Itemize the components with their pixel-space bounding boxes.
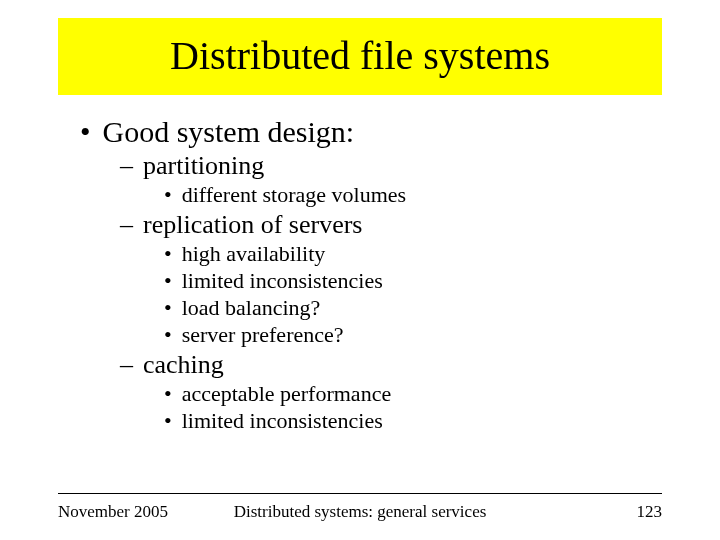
bullet-text: acceptable performance — [182, 381, 391, 407]
bullet-level3: • limited inconsistencies — [164, 268, 662, 294]
bullet-level1: • Good system design: — [80, 115, 662, 149]
bullet-dot-icon: • — [80, 115, 91, 149]
bullet-text: replication of servers — [143, 210, 362, 240]
bullet-level3: • server preference? — [164, 322, 662, 348]
bullet-dot-icon: • — [164, 182, 172, 208]
bullet-dot-icon: • — [164, 381, 172, 407]
footer-title: Distributed systems: general services — [234, 502, 487, 522]
bullet-text: high availability — [182, 241, 326, 267]
bullet-dash-icon: – — [120, 210, 133, 240]
content-area: • Good system design: – partitioning • d… — [0, 95, 720, 434]
bullet-dot-icon: • — [164, 268, 172, 294]
bullet-text: partitioning — [143, 151, 264, 181]
footer: November 2005 Distributed systems: gener… — [58, 502, 662, 522]
title-band: Distributed file systems — [58, 18, 662, 95]
bullet-level2: – caching — [120, 350, 662, 380]
footer-date: November 2005 — [58, 502, 168, 522]
footer-page-number: 123 — [637, 502, 663, 522]
bullet-level3: • different storage volumes — [164, 182, 662, 208]
bullet-level3: • acceptable performance — [164, 381, 662, 407]
footer-divider — [58, 493, 662, 494]
bullet-dot-icon: • — [164, 322, 172, 348]
bullet-level2: – replication of servers — [120, 210, 662, 240]
bullet-dot-icon: • — [164, 241, 172, 267]
bullet-text: server preference? — [182, 322, 344, 348]
bullet-text: caching — [143, 350, 224, 380]
bullet-dash-icon: – — [120, 350, 133, 380]
bullet-dot-icon: • — [164, 408, 172, 434]
bullet-text: Good system design: — [103, 115, 355, 149]
bullet-level3: • limited inconsistencies — [164, 408, 662, 434]
slide-title: Distributed file systems — [58, 32, 662, 79]
bullet-level3: • high availability — [164, 241, 662, 267]
bullet-text: limited inconsistencies — [182, 408, 383, 434]
bullet-dot-icon: • — [164, 295, 172, 321]
bullet-dash-icon: – — [120, 151, 133, 181]
bullet-level3: • load balancing? — [164, 295, 662, 321]
bullet-text: different storage volumes — [182, 182, 406, 208]
bullet-text: load balancing? — [182, 295, 321, 321]
bullet-level2: – partitioning — [120, 151, 662, 181]
bullet-text: limited inconsistencies — [182, 268, 383, 294]
